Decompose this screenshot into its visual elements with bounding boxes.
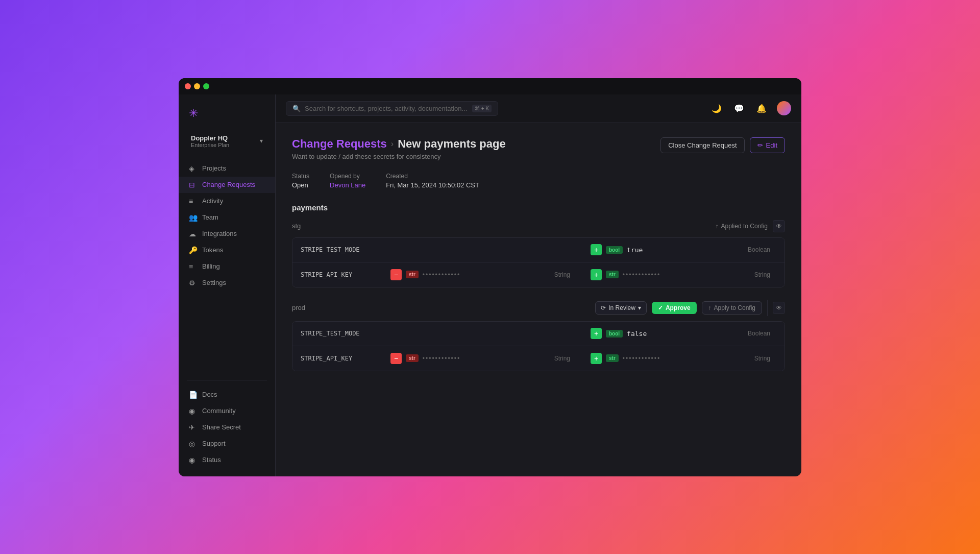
sidebar-item-projects[interactable]: ◈ Projects xyxy=(179,160,275,177)
stg-env-name: stg xyxy=(292,222,301,230)
sidebar-item-team-label: Team xyxy=(202,213,218,221)
sidebar-item-status[interactable]: ◉ Status xyxy=(179,452,275,468)
main-content: 🔍 Search for shortcuts, projects, activi… xyxy=(276,94,801,476)
edit-button[interactable]: ✏ Edit xyxy=(750,137,785,153)
table-row: STRIPE_TEST_MODE + bool false Boolean xyxy=(292,322,785,346)
close-traffic-light[interactable] xyxy=(185,83,191,89)
sidebar-logo: ✳ xyxy=(179,103,275,130)
activity-icon: ≡ xyxy=(189,197,197,205)
prod-row2-old-dots: •••••••••••• xyxy=(423,355,460,362)
table-row: STRIPE_API_KEY − str •••••••••••• String… xyxy=(292,346,785,371)
nav-divider xyxy=(187,380,267,380)
upload-icon: ↑ xyxy=(716,223,719,230)
minimize-traffic-light[interactable] xyxy=(194,83,200,89)
stg-row1-plus-btn[interactable]: + xyxy=(591,244,602,255)
stg-row2-plus-btn[interactable]: + xyxy=(591,269,602,280)
prod-action-divider xyxy=(767,300,768,316)
sidebar-item-share-secret[interactable]: ✈ Share Secret xyxy=(179,419,275,436)
sidebar-item-integrations[interactable]: ☁ Integrations xyxy=(179,226,275,242)
sidebar-item-change-requests[interactable]: ⊟ Change Requests xyxy=(179,177,275,193)
sidebar-item-support[interactable]: ◎ Support xyxy=(179,436,275,452)
created-value: Fri, Mar 15, 2024 10:50:02 CST xyxy=(386,181,479,189)
prod-env-name: prod xyxy=(292,304,305,311)
env-group-stg: stg ↑ Applied to Config 👁 STRIPE_TE xyxy=(292,220,785,287)
chat-button[interactable]: 💬 xyxy=(732,101,746,115)
secret-new-value-prod-1: + bool false Boolean xyxy=(584,328,785,339)
search-kbd: ⌘ + K xyxy=(472,105,492,112)
secret-key-stg-1: STRIPE_TEST_MODE xyxy=(292,246,384,253)
stg-row2-new-type-badge: str xyxy=(606,271,619,278)
app-logo-icon: ✳ xyxy=(189,107,198,119)
change-requests-icon: ⊟ xyxy=(189,181,197,189)
prod-row2-minus-btn[interactable]: − xyxy=(390,353,402,364)
search-bar[interactable]: 🔍 Search for shortcuts, projects, activi… xyxy=(286,101,498,116)
secret-new-value-stg-2: + str •••••••••••• String xyxy=(584,269,785,280)
sidebar-item-settings[interactable]: ⚙ Settings xyxy=(179,275,275,291)
stg-row2-minus-btn[interactable]: − xyxy=(390,269,402,280)
sidebar-item-settings-label: Settings xyxy=(202,279,226,286)
applied-to-config-badge: ↑ Applied to Config xyxy=(716,223,768,230)
applied-label: Applied to Config xyxy=(721,223,768,230)
prod-secrets-table: STRIPE_TEST_MODE + bool false Boolean xyxy=(292,321,785,371)
secret-new-value-stg-1: + bool true Boolean xyxy=(584,244,785,255)
sidebar-item-docs[interactable]: 📄 Docs xyxy=(179,387,275,403)
secret-new-value-prod-2: + str •••••••••••• String xyxy=(584,353,785,364)
sidebar-item-team[interactable]: 👥 Team xyxy=(179,209,275,226)
close-change-request-button[interactable]: Close Change Request xyxy=(660,137,744,153)
fullscreen-traffic-light[interactable] xyxy=(203,83,209,89)
sidebar-item-support-label: Support xyxy=(202,440,226,447)
prod-row2-new-type-label: String xyxy=(746,355,778,362)
meta-status: Status Open xyxy=(292,173,309,189)
opened-by-label: Opened by xyxy=(330,173,365,180)
stg-row2-old-type-label: String xyxy=(546,271,578,278)
stg-eye-button[interactable]: 👁 xyxy=(773,220,785,232)
apply-to-config-button[interactable]: ↑ Apply to Config xyxy=(702,301,762,315)
projects-icon: ◈ xyxy=(189,164,197,173)
apply-to-config-label: Apply to Config xyxy=(714,304,755,311)
sidebar-item-activity[interactable]: ≡ Activity xyxy=(179,193,275,209)
prod-row2-new-type-badge: str xyxy=(606,354,619,362)
edit-icon: ✏ xyxy=(757,141,763,149)
prod-env-actions: ⟳ In Review ▾ ✓ Approve ↑ Apply to Confi… xyxy=(595,300,785,316)
nav-section: ◈ Projects ⊟ Change Requests ≡ Activity … xyxy=(179,160,275,374)
meta-created: Created Fri, Mar 15, 2024 10:50:02 CST xyxy=(386,173,479,189)
integrations-icon: ☁ xyxy=(189,230,197,238)
stg-env-header: stg ↑ Applied to Config 👁 xyxy=(292,220,785,232)
prod-row1-plus-btn[interactable]: + xyxy=(591,328,602,339)
approve-button[interactable]: ✓ Approve xyxy=(652,302,697,314)
sidebar-item-tokens[interactable]: 🔑 Tokens xyxy=(179,242,275,258)
title-bar xyxy=(179,78,801,94)
breadcrumb-separator: › xyxy=(391,139,394,149)
breadcrumb-change-requests-link[interactable]: Change Requests xyxy=(292,137,387,151)
workspace-name: Doppler HQ xyxy=(191,134,229,142)
sidebar-item-integrations-label: Integrations xyxy=(202,230,237,237)
team-icon: 👥 xyxy=(189,213,197,222)
page-title: New payments page xyxy=(398,137,506,151)
table-row: STRIPE_TEST_MODE + bool true Boolean xyxy=(292,238,785,262)
page-content: Change Requests › New payments page Want… xyxy=(276,123,801,476)
meta-opened-by: Opened by Devon Lane xyxy=(330,173,365,189)
secret-old-value-prod-2: − str •••••••••••• String xyxy=(384,353,584,364)
approve-label: Approve xyxy=(666,304,691,311)
table-row: STRIPE_API_KEY − str •••••••••••• String… xyxy=(292,262,785,287)
topbar-icons: 🌙 💬 🔔 xyxy=(709,101,791,115)
opened-by-value[interactable]: Devon Lane xyxy=(330,181,365,189)
settings-icon: ⚙ xyxy=(189,279,197,287)
billing-icon: ≡ xyxy=(189,262,197,271)
prod-eye-button[interactable]: 👁 xyxy=(773,302,785,314)
secret-old-value-stg-2: − str •••••••••••• String xyxy=(384,269,584,280)
prod-row2-new-dots: •••••••••••• xyxy=(623,355,660,362)
workspace-selector[interactable]: Doppler HQ Enterprise Plan ▾ xyxy=(183,130,271,152)
sidebar-item-billing[interactable]: ≡ Billing xyxy=(179,258,275,275)
nav-bottom: 📄 Docs ◉ Community ✈ Share Secret ◎ Supp… xyxy=(179,387,275,468)
in-review-button[interactable]: ⟳ In Review ▾ xyxy=(595,301,647,315)
dark-mode-button[interactable]: 🌙 xyxy=(709,101,724,115)
page-header-left: Change Requests › New payments page Want… xyxy=(292,137,506,160)
prod-row2-plus-btn[interactable]: + xyxy=(591,353,602,364)
sidebar-item-change-requests-label: Change Requests xyxy=(202,181,255,188)
notifications-button[interactable]: 🔔 xyxy=(754,101,769,115)
stg-row1-value: true xyxy=(627,246,643,254)
sidebar-item-community[interactable]: ◉ Community xyxy=(179,403,275,419)
sidebar-item-projects-label: Projects xyxy=(202,164,226,172)
user-avatar[interactable] xyxy=(777,101,791,115)
